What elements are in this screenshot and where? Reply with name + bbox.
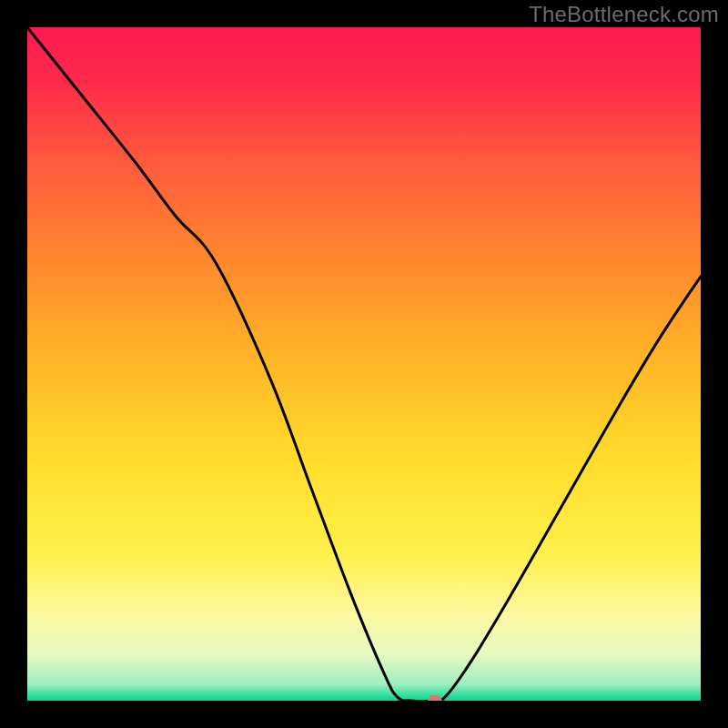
watermark-text: TheBottleneck.com [529,2,719,27]
plot-area [27,27,701,706]
gradient-background [27,27,701,701]
bottleneck-chart [0,0,728,728]
chart-container: TheBottleneck.com [0,0,728,728]
